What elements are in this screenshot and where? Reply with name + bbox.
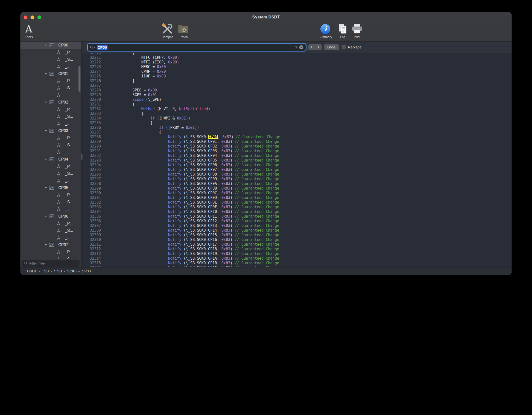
code-line[interactable]: 32283 {	[82, 111, 512, 116]
sidebar-group-row[interactable]: ▼CP00	[20, 42, 81, 49]
find-input[interactable]: ▾ CP00 3 ✕	[87, 44, 306, 51]
sidebar-child-row[interactable]: _S...	[20, 141, 81, 148]
code-line[interactable]: 32296 Notify (\_SB.SCK0.CP08, 0x83) // G…	[82, 172, 512, 177]
sidebar-child-row[interactable]: _...	[20, 177, 81, 184]
code-line[interactable]: 32290 Notify (\_SB.SCK0.CP02, 0x83) // G…	[82, 144, 512, 149]
done-button[interactable]: Done	[324, 44, 339, 50]
code-line[interactable]: 32287 {	[82, 130, 512, 135]
code-line[interactable]: 32301 Notify (\_SB.SCK0.CP0D, 0x83) // G…	[82, 195, 512, 200]
sidebar-group-row[interactable]: ▼CP07	[20, 241, 81, 248]
sidebar-child-row[interactable]: _P...	[20, 77, 81, 84]
breadcrumb-item[interactable]: DSDT	[27, 269, 37, 273]
disclosure-triangle-icon[interactable]: ▼	[45, 72, 49, 75]
sidebar-group-row[interactable]: ▼CP05	[20, 184, 81, 191]
sidebar-child-row[interactable]: _S...	[20, 227, 81, 234]
code-line[interactable]: 32273 MEBC = 0x00	[82, 65, 512, 69]
filter-tree-input[interactable]	[29, 261, 78, 266]
code-line[interactable]: 32292 Notify (\_SB.SCK0.CP04, 0x83) // G…	[82, 153, 512, 158]
sidebar-group-row[interactable]: ▼CP02	[20, 99, 81, 106]
log-button[interactable]: Log	[335, 23, 351, 39]
disclosure-triangle-icon[interactable]: ▼	[45, 215, 49, 218]
sidebar-group-row[interactable]: ▼CP06	[20, 213, 81, 220]
code-line[interactable]: 32276 }	[82, 79, 512, 83]
code-line[interactable]: 32277	[82, 83, 512, 88]
pane-splitter[interactable]	[81, 42, 82, 267]
code-line[interactable]: 32275 IIOP = 0x00	[82, 74, 512, 79]
sidebar-child-row[interactable]: _P...	[20, 248, 81, 255]
code-line[interactable]: 32315 Notify (\_SB.SCK0.CP1B, 0x83) // G…	[82, 261, 512, 266]
sidebar-child-row[interactable]: _...	[20, 234, 81, 241]
find-previous-button[interactable]	[308, 44, 315, 50]
code-line[interactable]: 32304 Notify (\_SB.SCK0.CP10, 0x83) // G…	[82, 209, 512, 214]
sidebar-child-row[interactable]: _S...	[20, 113, 81, 120]
code-line[interactable]: 32306 Notify (\_SB.SCK0.CP12, 0x83) // G…	[82, 219, 512, 223]
sidebar-child-row[interactable]: _S...	[20, 255, 81, 259]
code-line[interactable]: 32274 CPHP = 0x00	[82, 69, 512, 74]
search-icon[interactable]	[90, 45, 94, 49]
disclosure-triangle-icon[interactable]: ▼	[45, 44, 49, 47]
sidebar-tree[interactable]: ▼CP00_P..._S..._...▼CP01_P..._S..._...▼C…	[20, 42, 81, 259]
sidebar-child-row[interactable]: _...	[20, 91, 81, 99]
find-next-button[interactable]	[315, 44, 322, 50]
sidebar-child-row[interactable]: _S...	[20, 84, 81, 91]
code-line[interactable]: 32293 Notify (\_SB.SCK0.CP05, 0x83) // G…	[82, 158, 512, 163]
sidebar-child-row[interactable]: _S...	[20, 198, 81, 206]
code-line[interactable]: 32289 Notify (\_SB.SCK0.CP01, 0x83) // G…	[82, 139, 512, 144]
code-line[interactable]: 32291 Notify (\_SB.SCK0.CP03, 0x83) // G…	[82, 149, 512, 153]
breadcrumb-item[interactable]: CP00	[82, 269, 91, 273]
code-line[interactable]: 32311 Notify (\_SB.SCK0.CP17, 0x83) // G…	[82, 242, 512, 247]
code-line[interactable]: 32271 NTFC (CPHP, 0x00)	[82, 55, 512, 60]
code-line[interactable]: 32297 Notify (\_SB.SCK0.CP09, 0x83) // G…	[82, 177, 512, 181]
code-line[interactable]: 32302 Notify (\_SB.SCK0.CP0E, 0x83) // G…	[82, 200, 512, 205]
sidebar-scrollbar[interactable]	[78, 66, 80, 92]
print-button[interactable]: Print	[349, 23, 365, 39]
code-line[interactable]: 32278 GPEC = 0x00	[82, 88, 512, 93]
zoom-button[interactable]	[37, 15, 41, 19]
code-line[interactable]: 32314 Notify (\_SB.SCK0.CP1A, 0x83) // G…	[82, 256, 512, 261]
clear-search-icon[interactable]: ✕	[299, 45, 303, 49]
code-line[interactable]: 32310 Notify (\_SB.SCK0.CP16, 0x83) // G…	[82, 237, 512, 242]
code-line[interactable]: 32285 {	[82, 121, 512, 125]
fonts-button[interactable]: A Fonts	[21, 23, 37, 39]
code-line[interactable]: 32307 Notify (\_SB.SCK0.CP13, 0x83) // G…	[82, 223, 512, 228]
minimize-button[interactable]	[31, 15, 34, 19]
sidebar-group-row[interactable]: ▼CP03	[20, 127, 81, 134]
code-line[interactable]: 32270 {	[82, 53, 512, 55]
sidebar-child-row[interactable]: _P...	[20, 220, 81, 227]
splitter-handle-icon[interactable]	[81, 153, 82, 160]
close-button[interactable]	[24, 15, 27, 19]
compile-button[interactable]: Compile	[158, 23, 177, 39]
disclosure-triangle-icon[interactable]: ▼	[45, 243, 49, 246]
sidebar-child-row[interactable]: _P...	[20, 163, 81, 170]
breadcrumb-item[interactable]: \_SB	[54, 269, 62, 273]
code-line[interactable]: 32313 Notify (\_SB.SCK0.CP19, 0x83) // G…	[82, 252, 512, 256]
sidebar-child-row[interactable]: _S...	[20, 170, 81, 177]
code-line[interactable]: 32309 Notify (\_SB.SCK0.CP15, 0x83) // G…	[82, 233, 512, 237]
code-line[interactable]: 32294 Notify (\_SB.SCK0.CP06, 0x83) // G…	[82, 163, 512, 167]
sidebar-group-row[interactable]: ▼CP01	[20, 70, 81, 77]
disclosure-triangle-icon[interactable]: ▼	[45, 186, 49, 189]
code-line[interactable]: 32281 {	[82, 102, 512, 107]
sidebar-child-row[interactable]: _P...	[20, 191, 81, 198]
code-line[interactable]: 32312 Notify (\_SB.SCK0.CP18, 0x83) // G…	[82, 247, 512, 252]
code-line[interactable]: 32299 Notify (\_SB.SCK0.CP0B, 0x83) // G…	[82, 186, 512, 191]
code-line[interactable]: 32295 Notify (\_SB.SCK0.CP07, 0x83) // G…	[82, 167, 512, 172]
sidebar-group-row[interactable]: ▼CP04	[20, 156, 81, 163]
disclosure-triangle-icon[interactable]: ▼	[45, 158, 49, 161]
breadcrumb-item[interactable]: SCK0	[67, 269, 77, 273]
disclosure-triangle-icon[interactable]: ▼	[45, 101, 49, 104]
sidebar-child-row[interactable]: _...	[20, 63, 81, 70]
code-line[interactable]: 32303 Notify (\_SB.SCK0.CP0F, 0x83) // G…	[82, 205, 512, 209]
code-line[interactable]: 32282 Method (HLVT, 0, NotSerialized)	[82, 107, 512, 111]
code-line[interactable]: 32279 SGPS = 0x01	[82, 93, 512, 97]
sidebar-child-row[interactable]: _...	[20, 148, 81, 156]
patch-button[interactable]: Patch	[176, 23, 191, 39]
search-options-chevron-icon[interactable]: ▾	[94, 46, 95, 48]
filter-tree-field[interactable]	[22, 260, 79, 267]
sidebar-child-row[interactable]: _...	[20, 206, 81, 213]
breadcrumb-item[interactable]: _SB	[42, 269, 49, 273]
code-line[interactable]: 32288 Notify (\_SB.SCK0.CP00, 0x83) // G…	[82, 135, 512, 139]
sidebar-child-row[interactable]: _P...	[20, 106, 81, 113]
code-line[interactable]: 32300 Notify (\_SB.SCK0.CP0C, 0x83) // G…	[82, 191, 512, 195]
sidebar-child-row[interactable]: _P...	[20, 134, 81, 141]
